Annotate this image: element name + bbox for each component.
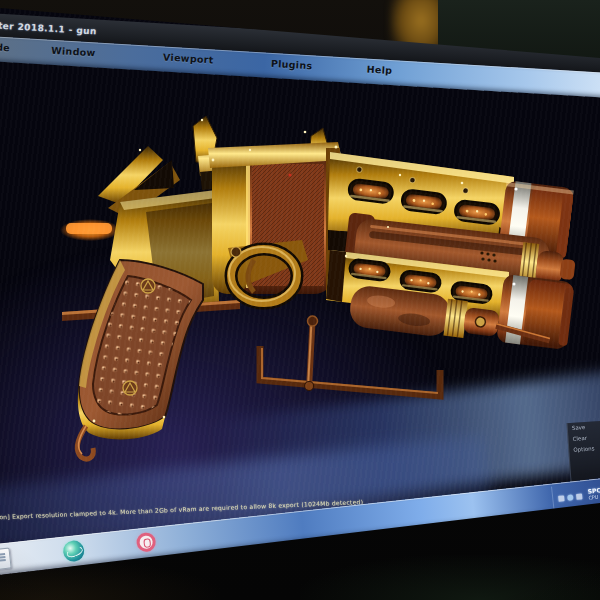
media-app-icon[interactable]: [136, 532, 157, 553]
browser-globe-icon[interactable]: [62, 539, 85, 562]
monitor-screen: nter 2018.1.1 - gun ode Window Viewport …: [0, 0, 600, 600]
menu-item-help[interactable]: Help: [366, 64, 392, 77]
side-panel-item-clear[interactable]: Clear: [572, 434, 600, 442]
tray-text: SPC CPU: [587, 487, 600, 501]
desk-shadow-green: [300, 555, 600, 600]
menu-item-window[interactable]: Window: [51, 45, 96, 59]
menu-item-mode[interactable]: ode: [0, 41, 10, 53]
tray-icon[interactable]: [567, 494, 574, 501]
file-icon[interactable]: [0, 547, 12, 570]
side-panel-item-save[interactable]: Save: [572, 423, 600, 431]
tray-line2: CPU: [588, 494, 600, 501]
photo-of-monitor: nter 2018.1.1 - gun ode Window Viewport …: [0, 0, 600, 600]
menu-item-viewport[interactable]: Viewport: [163, 51, 214, 65]
tray-icon[interactable]: [576, 493, 583, 500]
side-panel-item-options[interactable]: Options: [573, 445, 600, 453]
menu-item-plugins[interactable]: Plugins: [271, 58, 313, 71]
window-title: nter 2018.1.1 - gun: [0, 20, 97, 36]
tray-icon[interactable]: [558, 495, 565, 502]
